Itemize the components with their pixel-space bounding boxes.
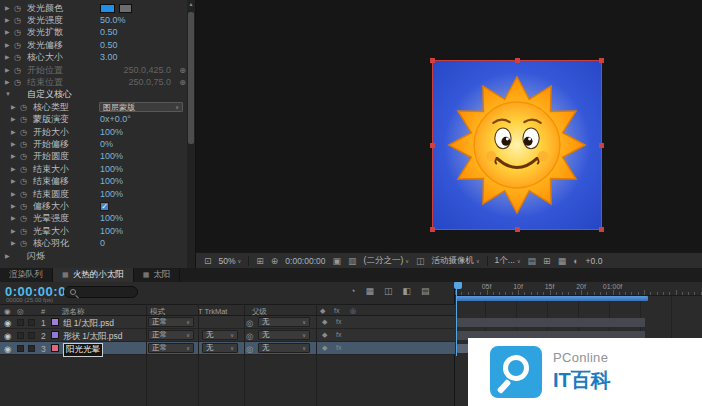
- work-area-bar[interactable]: [456, 296, 648, 301]
- expand-arrow-icon[interactable]: ▶: [5, 52, 14, 63]
- parent-select[interactable]: 无∨: [258, 317, 310, 327]
- graph-editor-icon[interactable]: ▤: [421, 286, 430, 296]
- effect-value[interactable]: 100%: [100, 213, 123, 224]
- layer-row-0[interactable]: ◉1组 1/太阳.psd正常∨◎无∨◆fx: [0, 316, 455, 329]
- effect-value[interactable]: 3.00: [100, 52, 118, 63]
- stopwatch-icon[interactable]: ◷: [20, 102, 33, 113]
- expand-arrow-icon[interactable]: ▼: [5, 89, 14, 100]
- effect-value[interactable]: 0x+0.0°: [100, 114, 131, 125]
- selection-handle[interactable]: [515, 227, 520, 232]
- switch-fx-icon[interactable]: fx: [336, 331, 341, 338]
- pickwhip-icon[interactable]: ◎: [246, 331, 253, 341]
- effect-value[interactable]: 100%: [100, 189, 123, 200]
- switch-diamond-icon[interactable]: ◆: [322, 344, 327, 352]
- selection-handle[interactable]: [430, 143, 435, 148]
- draft-3d-icon[interactable]: ▦: [365, 286, 374, 296]
- effects-scrollbar[interactable]: ▲: [187, 0, 195, 268]
- expand-arrow-icon[interactable]: ▶: [11, 114, 20, 125]
- frame-blending-icon[interactable]: ◫: [384, 286, 393, 296]
- scrollbar-thumb[interactable]: [188, 12, 194, 144]
- switch-diamond-icon[interactable]: ◆: [322, 318, 327, 326]
- effect-value[interactable]: 0%: [100, 139, 113, 150]
- stopwatch-icon[interactable]: ◷: [14, 3, 27, 14]
- grid-guides-icon[interactable]: ⊞: [256, 256, 264, 266]
- expand-arrow-icon[interactable]: ▶: [11, 189, 20, 200]
- blend-mode-select[interactable]: 正常∨: [148, 330, 194, 340]
- audio-toggle[interactable]: [17, 345, 24, 352]
- stopwatch-icon[interactable]: ◷: [20, 189, 33, 200]
- stopwatch-icon[interactable]: ◷: [14, 27, 27, 38]
- trkmat-select[interactable]: 无∨: [202, 330, 238, 340]
- playhead-handle[interactable]: [454, 282, 462, 289]
- mask-visibility-icon[interactable]: ⊕: [271, 256, 279, 266]
- time-ruler[interactable]: 05f10f15f20f01:00f: [455, 282, 702, 296]
- effect-value[interactable]: 100%: [100, 226, 123, 237]
- effect-checkbox[interactable]: ✓: [100, 202, 109, 211]
- layer-name[interactable]: 阳光光晕: [63, 343, 103, 357]
- trkmat-select[interactable]: 无∨: [202, 343, 238, 353]
- stopwatch-icon[interactable]: ◷: [14, 77, 27, 88]
- region-of-interest-icon[interactable]: ◫: [416, 256, 425, 266]
- trkmat-column[interactable]: T TrkMat: [198, 307, 227, 316]
- expand-arrow-icon[interactable]: ▶: [11, 151, 20, 162]
- motion-blur-icon[interactable]: ◧: [402, 286, 411, 296]
- stopwatch-icon[interactable]: ◷: [20, 176, 33, 187]
- pickwhip-icon[interactable]: ◎: [246, 318, 253, 328]
- timeline-search-input[interactable]: [64, 286, 138, 298]
- tab-0[interactable]: 渲染队列: [0, 268, 53, 282]
- stopwatch-icon[interactable]: ◷: [20, 164, 33, 175]
- comp-current-time[interactable]: 0:00:00:00: [285, 256, 325, 266]
- eye-icon[interactable]: ◉: [4, 318, 11, 328]
- pickwhip-icon[interactable]: ◎: [246, 344, 253, 354]
- expand-arrow-icon[interactable]: ▶: [11, 226, 20, 237]
- color-swatch[interactable]: [100, 4, 115, 13]
- eye-icon[interactable]: ◉: [4, 344, 11, 354]
- composition-viewport[interactable]: [196, 0, 702, 252]
- expand-arrow-icon[interactable]: ▶: [11, 213, 20, 224]
- switch-fx-icon[interactable]: fx: [336, 344, 341, 351]
- stopwatch-icon[interactable]: ◷: [20, 139, 33, 150]
- expand-arrow-icon[interactable]: ▶: [11, 102, 20, 113]
- expand-arrow-icon[interactable]: ▶: [5, 27, 14, 38]
- stopwatch-icon[interactable]: ◷: [14, 40, 27, 51]
- layer-duration-bar[interactable]: [457, 318, 645, 327]
- layer-row-2[interactable]: ◉3阳光光晕正常∨无∨◎无∨◆fx: [0, 342, 455, 355]
- expand-arrow-icon[interactable]: ▶: [11, 238, 20, 249]
- expand-arrow-icon[interactable]: ▶: [11, 139, 20, 150]
- sun-layer-selection[interactable]: [432, 60, 602, 230]
- audio-toggle[interactable]: [17, 319, 24, 326]
- effect-value[interactable]: 100%: [100, 127, 123, 138]
- parent-select[interactable]: 无∨: [258, 330, 310, 340]
- show-channels-icon[interactable]: ▥: [348, 256, 357, 266]
- stopwatch-icon[interactable]: ◷: [20, 114, 33, 125]
- audio-toggle[interactable]: [17, 332, 24, 339]
- selection-handle[interactable]: [430, 227, 435, 232]
- expand-arrow-icon[interactable]: ▶: [5, 3, 14, 14]
- switch-diamond-icon[interactable]: ◆: [322, 331, 327, 339]
- effect-value[interactable]: 0: [100, 238, 105, 249]
- exposure-value[interactable]: +0.0: [586, 256, 603, 266]
- scroll-up-icon[interactable]: ▲: [187, 1, 195, 7]
- expand-arrow-icon[interactable]: ▶: [5, 77, 14, 88]
- selection-handle[interactable]: [599, 143, 604, 148]
- selection-handle[interactable]: [515, 58, 520, 63]
- effect-value[interactable]: 0.50: [100, 40, 118, 51]
- effect-value[interactable]: 0.50: [100, 27, 118, 38]
- selection-handle[interactable]: [430, 58, 435, 63]
- effect-value[interactable]: 100%: [100, 176, 123, 187]
- stopwatch-icon[interactable]: ◷: [20, 201, 33, 212]
- effect-dropdown[interactable]: 图层蒙版∨: [99, 102, 183, 112]
- timeline-button-icon[interactable]: ▦: [558, 256, 567, 266]
- tab-1[interactable]: ▦火热的小太阳: [53, 268, 134, 282]
- stopwatch-icon[interactable]: ◷: [14, 65, 27, 76]
- stopwatch-icon[interactable]: ◷: [14, 52, 27, 63]
- selection-handle[interactable]: [599, 58, 604, 63]
- stopwatch-icon[interactable]: ◷: [14, 15, 27, 26]
- eye-icon[interactable]: ◉: [4, 331, 11, 341]
- expand-arrow-icon[interactable]: ▶: [11, 201, 20, 212]
- effect-value[interactable]: 100%: [100, 164, 123, 175]
- expand-arrow-icon[interactable]: ▶: [11, 127, 20, 138]
- composition-mini-flowchart-icon[interactable]: ◔: [350, 286, 355, 296]
- zoom-level-select[interactable]: 50% ∨: [219, 256, 242, 266]
- expand-arrow-icon[interactable]: ▶: [11, 176, 20, 187]
